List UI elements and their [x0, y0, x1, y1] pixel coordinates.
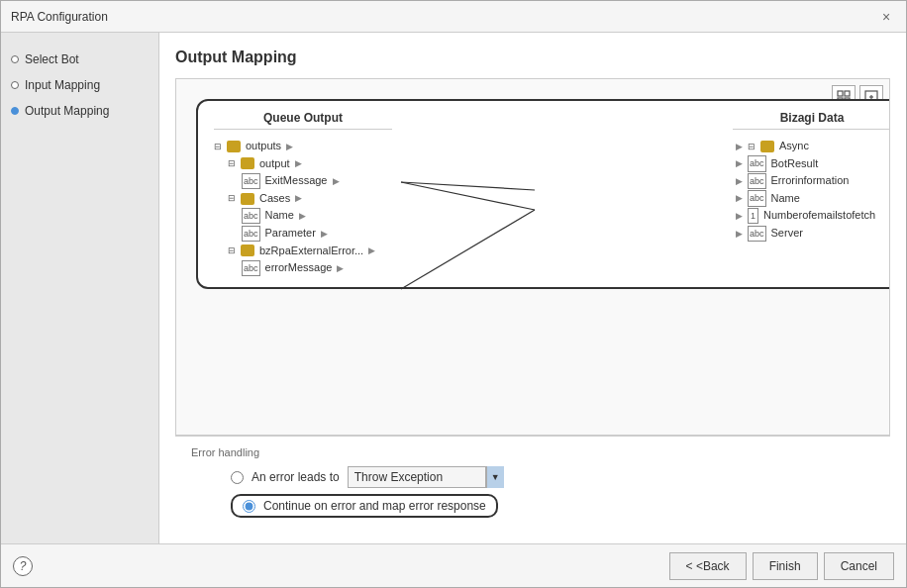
sidebar-item-select-bot[interactable]: Select Bot — [11, 52, 149, 66]
tree-item-bzrpa: ⊟ bzRpaExternalError... ▶ — [214, 243, 392, 260]
arrow-name-cases: ▶ — [299, 209, 306, 223]
tree-item-errormessage: abc errorMessage ▶ — [214, 259, 392, 277]
arrow-parameter: ▶ — [321, 227, 328, 241]
help-button[interactable]: ? — [13, 556, 33, 576]
tree-item-outputs: ⊟ outputs ▶ — [214, 138, 392, 155]
abc-icon-botresult: abc — [748, 155, 766, 171]
folder-icon-cases — [241, 193, 254, 205]
label-botresult: BotResult — [771, 155, 819, 173]
tree-item-exitmessage: abc ExitMessage ▶ — [214, 172, 392, 190]
finish-button[interactable]: Finish — [753, 552, 818, 580]
error-option-2-radio[interactable] — [243, 500, 255, 513]
label-errorinfo: Errorinformation — [771, 172, 850, 190]
throw-exception-value: Throw Exception — [348, 466, 486, 488]
sidebar-item-output-mapping[interactable]: Output Mapping — [11, 104, 149, 118]
sidebar-label-output-mapping: Output Mapping — [25, 104, 109, 118]
arrow-left-botresult: ▶ — [736, 156, 743, 170]
bizagi-data-header: Bizagi Data — [733, 111, 890, 130]
cancel-button[interactable]: Cancel — [824, 552, 894, 580]
footer-right: < <Back Finish Cancel — [669, 552, 894, 580]
mapping-canvas: Queue Output ⊟ outputs ▶ ⊟ output — [196, 99, 890, 289]
bizagi-data-panel: Bizagi Data ▶ ⊟ Async ▶ abc BotResul — [733, 111, 890, 243]
abc-icon-exitmessage: abc — [242, 173, 260, 189]
num-icon-numemails: 1 — [748, 208, 758, 224]
svg-line-9 — [401, 210, 535, 289]
arrow-left-server: ▶ — [736, 227, 743, 241]
arrow-exitmessage: ▶ — [333, 174, 340, 188]
arrow-outputs: ▶ — [286, 140, 293, 153]
svg-line-7 — [401, 182, 535, 190]
bizagi-item-server: ▶ abc Server — [733, 225, 890, 243]
error-option-2-row: Continue on error and map error response — [231, 494, 498, 518]
arrow-left-name-biz: ▶ — [736, 191, 743, 205]
arrow-errormessage: ▶ — [337, 261, 344, 275]
label-cases: Cases — [259, 190, 290, 208]
tree-item-parameter: abc Parameter ▶ — [214, 225, 392, 243]
abc-icon-errormessage: abc — [242, 260, 260, 276]
error-option-2-label: Continue on error and map error response — [263, 499, 486, 513]
folder-icon-bzrpa — [241, 245, 254, 256]
error-option-1-row: An error leads to Throw Exception ▼ — [231, 466, 504, 488]
abc-icon-name-biz: abc — [748, 190, 766, 206]
sidebar-label-select-bot: Select Bot — [25, 52, 79, 66]
tree-item-cases: ⊟ Cases ▶ — [214, 190, 392, 208]
footer-left: ? — [13, 556, 33, 576]
window-title: RPA Configuration — [11, 10, 108, 24]
error-option-1-label: An error leads to — [252, 470, 340, 484]
sidebar-label-input-mapping: Input Mapping — [25, 78, 100, 92]
arrow-left-errorinfo: ▶ — [736, 174, 743, 188]
diagram-container: Queue Output ⊟ outputs ▶ ⊟ output — [175, 78, 890, 436]
label-name-cases: Name — [265, 207, 294, 225]
label-async: Async — [779, 138, 809, 155]
error-options: An error leads to Throw Exception ▼ Cont… — [191, 466, 874, 518]
label-bzrpa: bzRpaExternalError... — [259, 243, 363, 260]
abc-icon-server: abc — [748, 226, 766, 242]
label-numemails: Numberofemailstofetch — [763, 207, 875, 225]
expand-icon-cases: ⊟ — [228, 191, 236, 205]
svg-rect-0 — [838, 91, 843, 96]
throw-exception-select: Throw Exception ▼ — [348, 466, 504, 488]
footer: ? < <Back Finish Cancel — [1, 543, 906, 587]
error-option-1-radio[interactable] — [231, 471, 244, 484]
bizagi-item-botresult: ▶ abc BotResult — [733, 155, 890, 173]
select-dropdown-arrow[interactable]: ▼ — [486, 466, 504, 488]
expand-icon-output: ⊟ — [228, 156, 236, 170]
rpa-config-window: RPA Configuration × Select Bot Input Map… — [0, 0, 907, 588]
sidebar-item-input-mapping[interactable]: Input Mapping — [11, 78, 149, 92]
svg-rect-1 — [845, 91, 850, 96]
expand-icon-outputs: ⊟ — [214, 140, 222, 153]
label-parameter: Parameter — [265, 225, 316, 243]
bizagi-item-async: ▶ ⊟ Async — [733, 138, 890, 155]
folder-icon-async — [760, 141, 774, 152]
abc-icon-parameter: abc — [242, 226, 260, 242]
arrow-left-async: ▶ — [736, 140, 743, 153]
label-errormessage: errorMessage — [265, 259, 333, 277]
bizagi-item-name: ▶ abc Name — [733, 190, 890, 208]
sidebar-bullet-input-mapping — [11, 81, 19, 89]
close-button[interactable]: × — [876, 7, 896, 27]
queue-output-header: Queue Output — [214, 111, 392, 130]
bizagi-item-numemails: ▶ 1 Numberofemailstofetch — [733, 207, 890, 225]
tree-item-name-cases: abc Name ▶ — [214, 207, 392, 225]
abc-icon-errorinfo: abc — [748, 173, 766, 189]
sidebar-bullet-select-bot — [11, 55, 19, 63]
label-output: output — [259, 155, 290, 173]
bizagi-item-errorinfo: ▶ abc Errorinformation — [733, 172, 890, 190]
label-name-biz: Name — [771, 190, 800, 208]
queue-output-panel: Queue Output ⊟ outputs ▶ ⊟ output — [214, 111, 392, 277]
expand-icon-async: ⊟ — [748, 140, 756, 153]
label-server: Server — [771, 225, 803, 243]
arrow-cases: ▶ — [295, 191, 302, 205]
svg-line-8 — [401, 182, 535, 210]
label-outputs: outputs — [246, 138, 281, 155]
title-bar: RPA Configuration × — [1, 1, 906, 33]
label-exitmessage: ExitMessage — [265, 172, 328, 190]
sidebar-bullet-output-mapping — [11, 107, 19, 115]
folder-icon-outputs — [227, 141, 241, 152]
content-area: Select Bot Input Mapping Output Mapping … — [1, 33, 906, 543]
page-title: Output Mapping — [175, 49, 890, 66]
back-button[interactable]: < <Back — [669, 552, 747, 580]
sidebar: Select Bot Input Mapping Output Mapping — [1, 33, 159, 543]
main-panel: Output Mapping — [159, 33, 906, 543]
expand-icon-bzrpa: ⊟ — [228, 244, 236, 257]
